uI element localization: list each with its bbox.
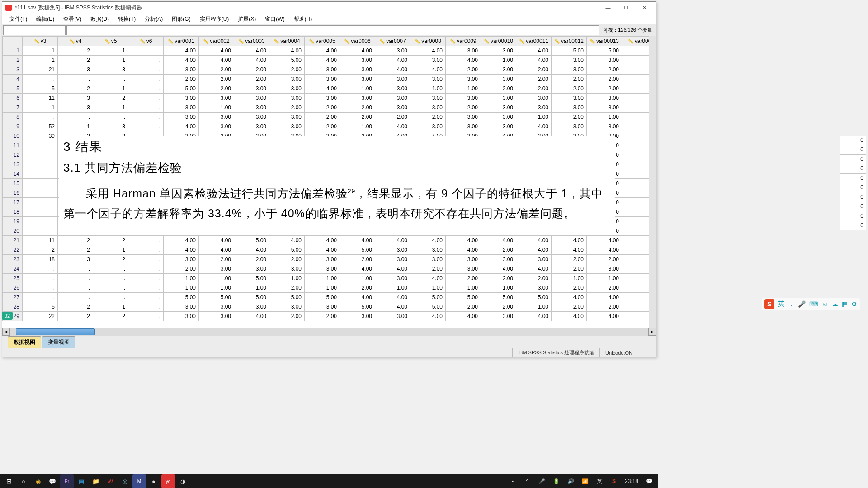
data-cell[interactable]: 4.00 <box>375 56 410 65</box>
data-cell[interactable]: 1.00 <box>340 122 375 131</box>
taskbar-app-youdao[interactable]: yd <box>161 474 175 488</box>
data-cell[interactable]: . <box>128 293 164 302</box>
data-cell[interactable]: 2.00 <box>199 255 234 264</box>
data-cell[interactable]: 3.00 <box>305 302 340 312</box>
data-cell[interactable]: 3.00 <box>375 75 410 84</box>
data-cell[interactable]: 5.00 <box>552 46 587 56</box>
row-header[interactable]: 19 <box>3 217 23 226</box>
data-cell[interactable]: . <box>128 312 164 321</box>
scroll-left-button[interactable]: ◄ <box>2 328 10 336</box>
taskbar-app-7[interactable]: M <box>132 474 146 488</box>
row-header[interactable]: 20 <box>3 226 23 236</box>
row-header[interactable]: 18 <box>3 207 23 217</box>
data-cell[interactable]: 4.00 <box>269 236 305 245</box>
row-header[interactable]: 1 <box>3 46 23 56</box>
data-cell[interactable]: 2.00 <box>410 264 446 274</box>
data-cell[interactable]: 3 <box>58 255 93 264</box>
data-cell[interactable]: 3.00 <box>199 122 234 131</box>
data-cell[interactable]: 4.00 <box>552 236 587 245</box>
data-cell[interactable]: 4.00 <box>516 312 552 321</box>
data-cell[interactable]: 2.00 <box>340 113 375 122</box>
taskbar-app-8[interactable]: ● <box>147 474 160 488</box>
data-cell[interactable]: 4.00 <box>375 236 410 245</box>
data-cell[interactable]: 3.00 <box>305 264 340 274</box>
data-cell[interactable]: 3.00 <box>164 312 199 321</box>
ime-settings-icon[interactable]: ⚙ <box>851 300 857 308</box>
row-header[interactable]: 17 <box>3 198 23 207</box>
data-cell[interactable]: 3.00 <box>234 122 269 131</box>
data-cell[interactable]: 2 <box>23 245 58 255</box>
data-cell[interactable]: 1.00 <box>234 283 269 293</box>
data-cell[interactable]: 2.00 <box>516 84 552 94</box>
data-cell[interactable]: . <box>128 122 164 131</box>
data-cell[interactable]: 4.00 <box>587 293 622 302</box>
data-cell[interactable]: 3 <box>58 65 93 75</box>
data-cell[interactable]: 3.00 <box>164 302 199 312</box>
data-cell[interactable] <box>23 226 58 236</box>
scroll-track[interactable] <box>10 328 648 336</box>
data-cell[interactable]: 5.00 <box>410 302 446 312</box>
data-cell[interactable]: 4.00 <box>375 293 410 302</box>
tray-up-icon[interactable]: ^ <box>520 474 534 488</box>
data-cell[interactable]: 2.00 <box>481 84 516 94</box>
row-header[interactable]: 10 <box>3 131 23 141</box>
data-cell[interactable]: 1.00 <box>164 283 199 293</box>
col-header-var0005[interactable]: 📏var0005 <box>305 37 340 46</box>
data-cell[interactable]: 1.00 <box>305 274 340 283</box>
data-cell[interactable]: . <box>58 264 93 274</box>
cell-name-box[interactable] <box>3 25 66 35</box>
data-cell[interactable]: 1 <box>93 56 128 65</box>
data-cell[interactable]: 3.00 <box>410 122 446 131</box>
data-cell[interactable]: 2.00 <box>587 302 622 312</box>
data-cell[interactable]: . <box>58 283 93 293</box>
start-button[interactable]: ⊞ <box>2 474 16 488</box>
data-cell[interactable]: 3.00 <box>552 56 587 65</box>
title-bar[interactable]: *111.sav [数据集5] - IBM SPSS Statistics 数据… <box>2 2 656 14</box>
data-cell[interactable]: 3.00 <box>199 264 234 274</box>
data-cell[interactable]: 2.00 <box>234 65 269 75</box>
data-cell[interactable]: 2.00 <box>587 84 622 94</box>
row-header[interactable]: 9 <box>3 122 23 131</box>
ime-emoji-icon[interactable]: ☺ <box>822 300 828 308</box>
col-header-v5[interactable]: 📏v5 <box>93 37 128 46</box>
data-cell[interactable]: 5.00 <box>234 274 269 283</box>
data-cell[interactable]: 3.00 <box>234 84 269 94</box>
data-cell[interactable]: 3.00 <box>234 264 269 274</box>
menu-实用程序(U)[interactable]: 实用程序(U) <box>195 14 234 24</box>
data-cell[interactable]: 4.00 <box>446 312 481 321</box>
col-header-var00011[interactable]: 📏var00011 <box>516 37 552 46</box>
data-cell[interactable]: 3.00 <box>340 65 375 75</box>
menu-窗口(W)[interactable]: 窗口(W) <box>260 14 289 24</box>
data-cell[interactable] <box>23 198 58 207</box>
data-cell[interactable]: 2.00 <box>305 122 340 131</box>
data-cell[interactable]: 2.00 <box>587 75 622 84</box>
data-cell[interactable]: 4.00 <box>446 245 481 255</box>
data-cell[interactable]: 2.00 <box>234 255 269 264</box>
data-cell[interactable]: 1 <box>23 103 58 113</box>
menu-扩展(X)[interactable]: 扩展(X) <box>233 14 260 24</box>
data-cell[interactable]: 4.00 <box>481 264 516 274</box>
taskbar-app-cortana[interactable]: ○ <box>17 474 30 488</box>
row-header[interactable]: 16 <box>3 188 23 198</box>
data-cell[interactable]: . <box>128 56 164 65</box>
data-cell[interactable]: 4.00 <box>410 46 446 56</box>
data-cell[interactable]: 1.00 <box>587 274 622 283</box>
data-cell[interactable]: 1.00 <box>199 103 234 113</box>
data-cell[interactable]: 1 <box>93 302 128 312</box>
col-header-var0009[interactable]: 📏var0009 <box>446 37 481 46</box>
data-cell[interactable]: 3.00 <box>587 103 622 113</box>
data-cell[interactable]: 3.00 <box>481 75 516 84</box>
data-cell[interactable]: 3 <box>93 122 128 131</box>
data-cell[interactable]: 4.00 <box>164 122 199 131</box>
data-cell[interactable]: 4.00 <box>199 56 234 65</box>
data-cell[interactable]: . <box>128 113 164 122</box>
data-cell[interactable]: 1.00 <box>481 56 516 65</box>
data-cell[interactable]: 1 <box>93 103 128 113</box>
data-cell[interactable]: 2.00 <box>446 65 481 75</box>
data-cell[interactable]: 3.00 <box>234 94 269 103</box>
data-cell[interactable]: 1.00 <box>446 283 481 293</box>
data-cell[interactable] <box>23 188 58 198</box>
col-header-var0007[interactable]: 📏var0007 <box>375 37 410 46</box>
row-header[interactable]: 11 <box>3 141 23 150</box>
data-cell[interactable]: . <box>128 236 164 245</box>
